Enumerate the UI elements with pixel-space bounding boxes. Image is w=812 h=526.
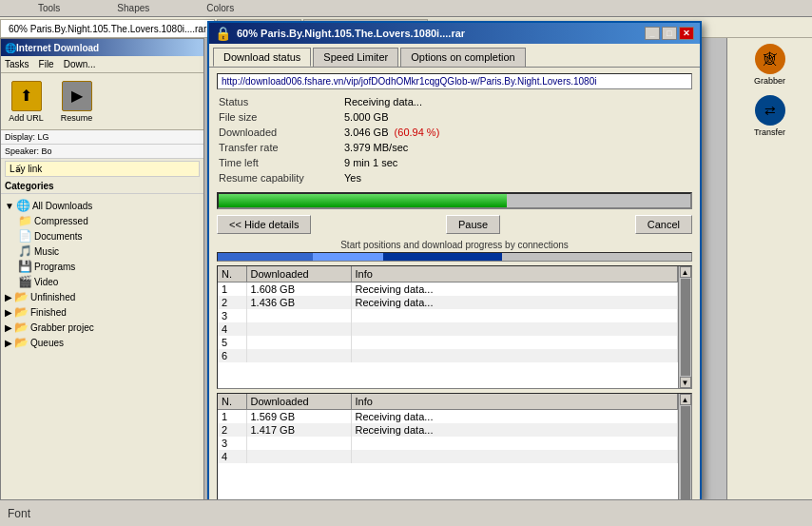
status-value: Receiving data... <box>344 95 690 108</box>
table-row: 1 1.608 GB Receiving data... <box>218 282 678 297</box>
tab-speed-limiter[interactable]: Speed Limiter <box>313 48 398 67</box>
scrollbar-up-btn-1[interactable]: ▲ <box>680 266 691 278</box>
resume-button[interactable]: ▶ Resume <box>55 81 98 123</box>
col-info-2: Info <box>351 394 678 410</box>
scrollbar-thumb-1[interactable] <box>681 279 690 376</box>
cat-icon-compressed: 📁 <box>18 214 32 227</box>
table-row: 2 1.417 GB Receiving data... <box>218 423 678 437</box>
dialog-title-icon: 🔒 <box>215 26 231 41</box>
dialog-content: http://download006.fshare.vn/vip/jofDOdh… <box>209 68 700 526</box>
cancel-button[interactable]: Cancel <box>635 215 692 234</box>
cat-icon-video: 🎬 <box>18 275 32 288</box>
close-button[interactable]: ✕ <box>679 27 694 40</box>
scrollbar-up-btn-2[interactable]: ▲ <box>680 394 691 405</box>
table-scrollbar-1[interactable]: ▲ ▼ <box>678 266 691 388</box>
categories-list: ▼ 🌐 All Downloads 📁 Compressed 📄 Documen… <box>1 194 203 354</box>
cat-grabber[interactable]: ▶ 📂 Grabber projec <box>3 320 202 335</box>
cat-video[interactable]: 🎬 Video <box>16 274 202 289</box>
maximize-button[interactable]: □ <box>662 27 677 40</box>
resume-value: Yes <box>344 171 690 185</box>
scrollbar-down-btn-1[interactable]: ▼ <box>680 377 691 388</box>
idm-menu-file[interactable]: File <box>39 59 54 69</box>
cat-compressed[interactable]: 📁 Compressed <box>16 213 202 228</box>
bg-toolbar: Tools Shapes Colors <box>0 0 812 17</box>
cat-finished[interactable]: ▶ 📂 Finished <box>3 304 202 320</box>
bottom-bar: Font <box>0 499 812 526</box>
cat-unfinished[interactable]: ▶ 📂 Unfinished <box>3 289 202 304</box>
download-table-2-container: N. Downloaded Info 1 1.569 GB Receiving … <box>217 393 692 516</box>
idm-menubar: Tasks File Down... <box>1 56 203 73</box>
idm-titlebar: 🌐 Internet Download <box>1 39 203 56</box>
transfer-label: Transfer <box>754 127 785 137</box>
action-buttons-row: << Hide details Pause Cancel <box>217 215 692 234</box>
table-row: 3 <box>218 437 678 450</box>
resume-icon: ▶ <box>62 81 92 111</box>
scrollbar-thumb-2[interactable] <box>681 406 690 503</box>
expand-icon-queues: ▶ <box>5 338 12 348</box>
minimize-button[interactable]: _ <box>645 27 660 40</box>
table-scrollbar-2[interactable]: ▲ ▼ <box>678 394 691 516</box>
transfer-section: ⇄ Transfer <box>727 89 812 141</box>
colors-menu[interactable]: Colors <box>206 3 234 13</box>
connection-progress-bar <box>217 252 692 262</box>
conn-seg-2 <box>313 253 384 261</box>
dialog-controls: _ □ ✕ <box>645 27 694 40</box>
cat-icon-queues: 📂 <box>14 336 29 349</box>
idm-status-display: Display: LG <box>1 130 203 145</box>
dialog-titlebar: 🔒 60% Paris.By.Night.105.The.Lovers.1080… <box>209 23 700 44</box>
time-left-value: 9 min 1 sec <box>344 156 690 169</box>
shapes-menu[interactable]: Shapes <box>117 3 149 13</box>
table-row: 4 <box>218 450 678 463</box>
expand-icon-all: ▼ <box>5 201 14 211</box>
resume-label: Resume capability <box>219 171 342 185</box>
table-row: 1 1.569 GB Receiving data... <box>218 410 678 424</box>
expand-icon-unfinished: ▶ <box>5 292 12 302</box>
cat-icon-programs: 💾 <box>18 260 32 273</box>
time-left-label: Time left <box>219 156 342 169</box>
url-display: http://download006.fshare.vn/vip/jofDOdh… <box>217 73 692 89</box>
cat-documents[interactable]: 📄 Documents <box>16 228 202 244</box>
tab-download-status[interactable]: Download status <box>213 48 311 67</box>
downloaded-label: Downloaded <box>219 126 342 139</box>
idm-toolbar: ⬆ Add URL ▶ Resume <box>1 73 203 130</box>
cat-icon-unfinished: 📂 <box>14 290 29 303</box>
idm-status-speaker: Speaker: Bo <box>1 145 203 159</box>
expand-icon-grabber: ▶ <box>5 322 12 333</box>
download-info-table: Status Receiving data... File size 5.000… <box>217 93 692 186</box>
cat-queues[interactable]: ▶ 📂 Queues <box>3 335 202 350</box>
col-n-2: N. <box>218 394 246 410</box>
cat-icon-grabber: 📂 <box>14 321 29 334</box>
table-row: 3 <box>218 309 678 322</box>
cat-music[interactable]: 🎵 Music <box>16 244 202 259</box>
cat-programs[interactable]: 💾 Programs <box>16 259 202 274</box>
tab-download[interactable]: 60% Paris.By.Night.105.The.Lovers.1080i.… <box>0 19 215 37</box>
col-downloaded-1: Downloaded <box>246 266 351 282</box>
progress-bar-container <box>217 192 692 209</box>
grabber-section: 🕸 Grabber <box>727 38 812 89</box>
tools-menu[interactable]: Tools <box>38 3 60 13</box>
col-info-1: Info <box>351 266 678 282</box>
add-url-icon: ⬆ <box>11 81 42 111</box>
expand-icon-finished: ▶ <box>5 307 12 318</box>
col-downloaded-2: Downloaded <box>246 394 351 410</box>
tab-options-completion[interactable]: Options on completion <box>400 48 525 67</box>
idm-title: Internet Download <box>16 43 99 53</box>
idm-menu-down[interactable]: Down... <box>64 59 96 69</box>
cat-all-downloads[interactable]: ▼ 🌐 All Downloads <box>3 198 202 213</box>
idm-menu-tasks[interactable]: Tasks <box>5 59 29 69</box>
conn-seg-3 <box>383 253 502 261</box>
table-row: 6 <box>218 349 678 362</box>
cat-icon-music: 🎵 <box>18 244 32 258</box>
status-label: Status <box>219 95 342 108</box>
table-row: 5 <box>218 336 678 349</box>
font-label: Font <box>8 507 30 520</box>
idm-sidebar: 🌐 Internet Download Tasks File Down... ⬆… <box>0 38 204 526</box>
cat-icon-all: 🌐 <box>16 199 30 212</box>
download-table-2: N. Downloaded Info 1 1.569 GB Receiving … <box>218 394 678 463</box>
lay-link-button[interactable]: Lấy link <box>5 161 200 177</box>
add-url-button[interactable]: ⬆ Add URL <box>5 81 48 123</box>
progress-fill <box>219 194 507 207</box>
pause-button[interactable]: Pause <box>446 215 500 234</box>
hide-details-button[interactable]: << Hide details <box>217 215 311 234</box>
idm-globe-icon: 🌐 <box>5 43 16 53</box>
